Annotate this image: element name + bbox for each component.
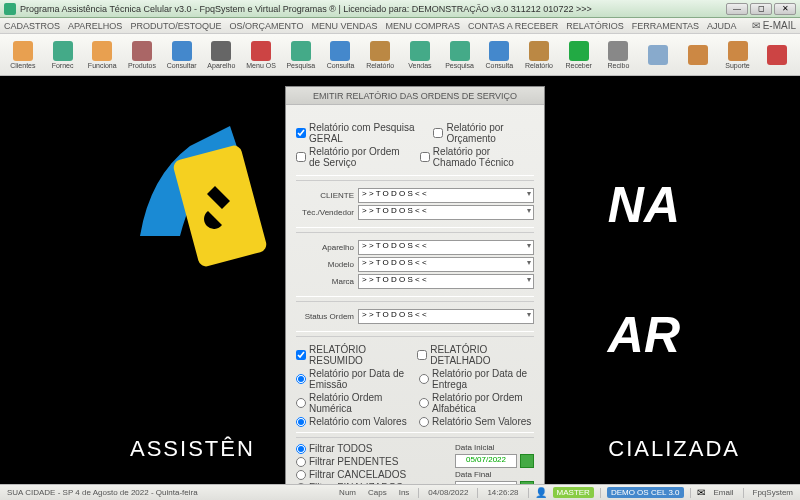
toolbar-icon — [608, 41, 628, 61]
report-dialog: EMITIR RELATÓRIO DAS ORDENS DE SERVIÇO R… — [285, 86, 545, 484]
label-data-inicial: Data Inicial — [455, 443, 534, 452]
menu-cadastros[interactable]: CADASTROS — [4, 21, 60, 31]
toolbar-btn-Relatório[interactable]: Relatório — [361, 36, 399, 74]
select-modelo[interactable]: > > T O D O S < < — [358, 257, 534, 272]
toolbar-btn-Menu OS[interactable]: Menu OS — [242, 36, 280, 74]
mail-icon: ✉ — [752, 20, 760, 31]
bg-text-na: NA — [608, 176, 680, 234]
toolbar-btn-Clientes[interactable]: Clientes — [4, 36, 42, 74]
toolbar-label: Vendas — [408, 62, 431, 69]
window-title: Programa Assistência Técnica Celular v3.… — [20, 4, 726, 14]
radio-pendentes[interactable]: Filtrar PENDENTES — [296, 456, 406, 467]
bg-text-ar: AR — [608, 306, 680, 364]
toolbar-btn-Consulta[interactable]: Consulta — [480, 36, 518, 74]
toolbar-icon — [728, 41, 748, 61]
toolbar-label: Fornec — [52, 62, 74, 69]
menu-email[interactable]: ✉E-MAIL — [752, 20, 796, 31]
status-caps: Caps — [365, 488, 390, 497]
toolbar-btn-17[interactable] — [679, 36, 717, 74]
menu-receber[interactable]: CONTAS A RECEBER — [468, 21, 558, 31]
radio-todos[interactable]: Filtrar TODOS — [296, 443, 406, 454]
status-demo: DEMO OS CEL 3.0 — [607, 487, 684, 498]
toolbar-btn-Vendas[interactable]: Vendas — [401, 36, 439, 74]
menubar: CADASTROS APARELHOS PRODUTO/ESTOQUE OS/O… — [0, 18, 800, 34]
app-icon — [4, 3, 16, 15]
main-area: NA AR ASSISTÊN CIALIZADA EMITIR RELATÓRI… — [0, 76, 800, 484]
check-orcamento[interactable]: Relatório por Orçamento — [433, 122, 534, 144]
toolbar-btn-Relatório[interactable]: Relatório — [520, 36, 558, 74]
maximize-button[interactable]: ◻ — [750, 3, 772, 15]
label-marca: Marca — [296, 277, 354, 286]
radio-cancelados[interactable]: Filtrar CANCELADOS — [296, 469, 406, 480]
check-resumido[interactable]: RELATÓRIO RESUMIDO — [296, 344, 407, 366]
toolbar-icon — [767, 45, 787, 65]
radio-numerica[interactable]: Relatório Ordem Numérica — [296, 392, 411, 414]
toolbar-label: Produtos — [128, 62, 156, 69]
toolbar-btn-Receber[interactable]: Receber — [560, 36, 598, 74]
toolbar-icon — [370, 41, 390, 61]
toolbar-icon — [211, 41, 231, 61]
select-status[interactable]: > > T O D O S < < — [358, 309, 534, 324]
calendar-inicial-button[interactable] — [520, 454, 534, 468]
check-geral[interactable]: Relatório com Pesquisa GERAL — [296, 122, 423, 144]
bg-text-right: CIALIZADA — [608, 436, 740, 462]
bg-text-left: ASSISTÊN — [130, 436, 255, 462]
toolbar-btn-Pesquisa[interactable]: Pesquisa — [441, 36, 479, 74]
minimize-button[interactable]: — — [726, 3, 748, 15]
statusbar: SUA CIDADE - SP 4 de Agosto de 2022 - Qu… — [0, 484, 800, 500]
menu-produto[interactable]: PRODUTO/ESTOQUE — [130, 21, 221, 31]
radio-comvalores[interactable]: Relatório com Valores — [296, 416, 411, 427]
check-ordem[interactable]: Relatório por Ordem de Serviço — [296, 146, 410, 168]
dialog-title: EMITIR RELATÓRIO DAS ORDENS DE SERVIÇO — [286, 87, 544, 105]
check-detalhado[interactable]: RELATÓRIO DETALHADO — [417, 344, 534, 366]
toolbar-btn-Pesquisa[interactable]: Pesquisa — [282, 36, 320, 74]
toolbar-icon — [450, 41, 470, 61]
toolbar-btn-Consulta[interactable]: Consulta — [322, 36, 360, 74]
toolbar-btn-Aparelho[interactable]: Aparelho — [203, 36, 241, 74]
background-logo — [130, 116, 280, 296]
status-sys[interactable]: FpqSystem — [750, 488, 796, 497]
toolbar-label: Receber — [565, 62, 591, 69]
toolbar-btn-Consultar[interactable]: Consultar — [163, 36, 201, 74]
menu-compras[interactable]: MENU COMPRAS — [385, 21, 460, 31]
select-aparelho[interactable]: > > T O D O S < < — [358, 240, 534, 255]
toolbar-btn-Recibo[interactable]: Recibo — [600, 36, 638, 74]
toolbar-btn-Produtos[interactable]: Produtos — [123, 36, 161, 74]
toolbar-btn-19[interactable] — [758, 36, 796, 74]
radio-semvalores[interactable]: Relatório Sem Valores — [419, 416, 534, 427]
toolbar-btn-Suporte[interactable]: Suporte — [719, 36, 757, 74]
input-data-inicial[interactable]: 05/07/2022 — [455, 454, 517, 468]
menu-ajuda[interactable]: AJUDA — [707, 21, 737, 31]
status-ins: Ins — [396, 488, 413, 497]
toolbar-label: Consulta — [327, 62, 355, 69]
toolbar-btn-Fornec[interactable]: Fornec — [44, 36, 82, 74]
menu-relatorios[interactable]: RELATÓRIOS — [566, 21, 623, 31]
radio-emissao[interactable]: Relatório por Data de Emissão — [296, 368, 411, 390]
label-data-final: Data Final — [455, 470, 534, 479]
radio-entrega[interactable]: Relatório por Data de Entrega — [419, 368, 534, 390]
label-modelo: Modelo — [296, 260, 354, 269]
toolbar-label: Pesquisa — [445, 62, 474, 69]
check-chamado[interactable]: Relatório por Chamado Técnico — [420, 146, 534, 168]
toolbar-icon — [291, 41, 311, 61]
select-cliente[interactable]: > > T O D O S < < — [358, 188, 534, 203]
toolbar-icon — [132, 41, 152, 61]
menu-os[interactable]: OS/ORÇAMENTO — [230, 21, 304, 31]
menu-ferramentas[interactable]: FERRAMENTAS — [632, 21, 699, 31]
toolbar-btn-16[interactable] — [639, 36, 677, 74]
select-marca[interactable]: > > T O D O S < < — [358, 274, 534, 289]
toolbar-label: Consultar — [167, 62, 197, 69]
mail-icon: ✉ — [697, 487, 705, 498]
select-tec[interactable]: > > T O D O S < < — [358, 205, 534, 220]
toolbar-btn-Funciona[interactable]: Funciona — [83, 36, 121, 74]
radio-alfabetica[interactable]: Relatório por Ordem Alfabética — [419, 392, 534, 414]
close-button[interactable]: ✕ — [774, 3, 796, 15]
menu-aparelhos[interactable]: APARELHOS — [68, 21, 122, 31]
status-time: 14:26:28 — [484, 488, 521, 497]
toolbar-label: Funciona — [88, 62, 117, 69]
toolbar-label: Relatório — [525, 62, 553, 69]
menu-vendas[interactable]: MENU VENDAS — [311, 21, 377, 31]
user-icon: 👤 — [535, 487, 547, 498]
status-email[interactable]: Email — [711, 488, 737, 497]
window-titlebar: Programa Assistência Técnica Celular v3.… — [0, 0, 800, 18]
